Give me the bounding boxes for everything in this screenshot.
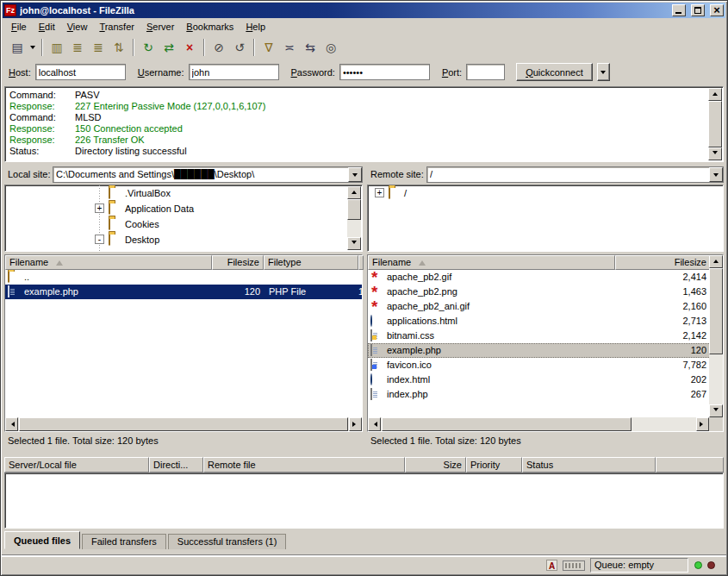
column-header-status[interactable]: Status bbox=[522, 457, 656, 473]
column-header-server-local-file[interactable]: Server/Local file bbox=[4, 457, 149, 473]
tab-queued-files[interactable]: Queued files bbox=[4, 531, 80, 549]
scroll-up-icon[interactable] bbox=[709, 255, 723, 268]
reconnect-button[interactable]: ↺ bbox=[229, 38, 250, 57]
tree-item-cookies[interactable]: Cookies bbox=[5, 216, 362, 232]
tree-expander-icon[interactable]: + bbox=[375, 188, 384, 197]
scroll-thumb[interactable] bbox=[347, 199, 361, 220]
tab-failed-transfers[interactable]: Failed transfers bbox=[82, 534, 166, 549]
scroll-down-icon[interactable] bbox=[709, 404, 723, 417]
scroll-left-icon[interactable] bbox=[368, 417, 381, 431]
column-header-size[interactable]: Size bbox=[405, 457, 466, 473]
file-row[interactable]: apache_pb2_ani.gif 2,160 bbox=[368, 299, 711, 314]
column-header-filename[interactable]: Filename bbox=[368, 255, 615, 270]
scroll-right-icon[interactable] bbox=[349, 417, 362, 431]
scroll-left-icon[interactable] bbox=[5, 417, 18, 431]
minimize-button[interactable] bbox=[672, 4, 686, 16]
local-list-hscrollbar[interactable] bbox=[5, 417, 362, 431]
scroll-thumb[interactable] bbox=[709, 268, 723, 354]
menu-bookmarks[interactable]: Bookmarks bbox=[180, 19, 240, 34]
toggle-local-tree-button[interactable]: ≣ bbox=[67, 38, 88, 57]
remote-list-vscrollbar[interactable] bbox=[709, 255, 723, 417]
scroll-thumb[interactable] bbox=[19, 417, 348, 431]
menu-edit[interactable]: Edit bbox=[33, 19, 61, 34]
scroll-up-icon[interactable] bbox=[708, 88, 722, 101]
site-manager-icon: ▤ bbox=[11, 41, 22, 54]
scroll-right-icon[interactable] bbox=[696, 417, 709, 431]
file-row[interactable]: index.php 267 bbox=[368, 387, 711, 402]
remote-list-hscrollbar[interactable] bbox=[368, 417, 709, 431]
column-header-direction[interactable]: Directi... bbox=[149, 457, 203, 473]
scroll-thumb[interactable] bbox=[382, 417, 632, 431]
scroll-down-icon[interactable] bbox=[347, 237, 361, 250]
menu-view[interactable]: View bbox=[61, 19, 94, 34]
file-row-example-php-highlighted[interactable]: example.php 120 bbox=[368, 343, 711, 358]
menu-transfer[interactable]: Transfer bbox=[93, 19, 140, 34]
combo-dropdown-button[interactable] bbox=[348, 167, 362, 182]
filter-button[interactable]: ∇ bbox=[258, 38, 279, 57]
toggle-remote-tree-button[interactable]: ≣ bbox=[88, 38, 109, 57]
disconnect-button[interactable]: ⊘ bbox=[208, 38, 229, 57]
column-header-filesize[interactable]: Filesize bbox=[615, 255, 711, 270]
file-row[interactable]: index.html 202 bbox=[368, 373, 711, 387]
column-header-priority[interactable]: Priority bbox=[466, 457, 522, 473]
cancel-button[interactable]: × bbox=[179, 38, 200, 57]
process-queue-button[interactable]: ⇄ bbox=[159, 38, 179, 57]
file-row[interactable]: bitnami.css 2,142 bbox=[368, 329, 711, 343]
file-row-example-php-selected[interactable]: example.php 120 PHP File 1 bbox=[5, 285, 362, 299]
queue-list-body[interactable] bbox=[4, 473, 724, 529]
menu-server[interactable]: Server bbox=[140, 19, 180, 34]
find-button[interactable]: ◎ bbox=[320, 38, 341, 57]
remote-list-body[interactable]: apache_pb2.gif 2,414 apache_pb2.png 1,46… bbox=[368, 270, 711, 417]
tree-item-virtualbox[interactable]: .VirtualBox bbox=[5, 185, 362, 201]
remote-path-combo[interactable]: / bbox=[426, 166, 724, 183]
maximize-button[interactable] bbox=[691, 4, 705, 16]
scroll-up-icon[interactable] bbox=[347, 186, 361, 199]
compare-button[interactable]: ≍ bbox=[279, 38, 300, 57]
titlebar[interactable]: john@localhost - FileZilla bbox=[3, 3, 725, 18]
transfer-type-icon[interactable] bbox=[546, 560, 557, 571]
password-input[interactable] bbox=[339, 64, 430, 80]
tree-expander-icon[interactable]: - bbox=[95, 235, 104, 244]
maximize-icon bbox=[694, 7, 701, 14]
column-header-lastmodified[interactable]: L bbox=[358, 255, 364, 270]
sync-browse-button[interactable]: ⇆ bbox=[300, 38, 320, 57]
close-button[interactable] bbox=[710, 4, 724, 16]
tree-expander-icon[interactable]: + bbox=[95, 203, 104, 213]
toggle-queue-button[interactable]: ⇅ bbox=[109, 38, 129, 57]
local-path-value[interactable]: C:\Documents and Settings\██████\Desktop… bbox=[56, 169, 346, 179]
tree-item-application-data[interactable]: + Application Data bbox=[5, 201, 362, 216]
port-input[interactable] bbox=[466, 64, 505, 80]
speed-limit-icon[interactable] bbox=[563, 560, 585, 571]
column-header-remote-file[interactable]: Remote file bbox=[203, 457, 405, 473]
scroll-thumb[interactable] bbox=[708, 101, 722, 147]
log-scrollbar[interactable] bbox=[708, 88, 722, 160]
quickconnect-button[interactable]: Quickconnect bbox=[516, 63, 593, 81]
local-file-list: Filename Filesize Filetype L .. example.… bbox=[4, 254, 363, 432]
file-row-parent-dir[interactable]: .. bbox=[5, 270, 362, 285]
site-manager-button[interactable]: ▤ bbox=[7, 38, 28, 57]
local-tree-scrollbar[interactable] bbox=[347, 186, 361, 250]
host-input[interactable] bbox=[35, 64, 126, 80]
refresh-button[interactable]: ↻ bbox=[138, 38, 159, 57]
combo-dropdown-button[interactable] bbox=[709, 167, 723, 182]
file-row[interactable]: apache_pb2.png 1,463 bbox=[368, 285, 711, 299]
local-list-body[interactable]: .. example.php 120 PHP File 1 bbox=[5, 270, 362, 417]
remote-path-value[interactable]: / bbox=[430, 169, 707, 179]
tree-item-root[interactable]: + / bbox=[368, 185, 723, 201]
toggle-message-log-button[interactable]: ▥ bbox=[47, 38, 67, 57]
column-header-filename[interactable]: Filename bbox=[5, 255, 212, 270]
local-path-combo[interactable]: C:\Documents and Settings\██████\Desktop… bbox=[53, 166, 363, 183]
column-header-filesize[interactable]: Filesize bbox=[212, 255, 264, 270]
scroll-down-icon[interactable] bbox=[708, 147, 722, 160]
username-input[interactable] bbox=[189, 64, 279, 80]
tab-successful-transfers[interactable]: Successful transfers (1) bbox=[168, 534, 287, 549]
menu-help[interactable]: Help bbox=[240, 19, 271, 34]
file-row[interactable]: applications.html 2,713 bbox=[368, 314, 711, 329]
site-manager-dropdown[interactable] bbox=[28, 38, 38, 57]
file-row[interactable]: favicon.ico 7,782 bbox=[368, 358, 711, 373]
file-row[interactable]: apache_pb2.gif 2,414 bbox=[368, 270, 711, 285]
menu-file[interactable]: File bbox=[5, 19, 33, 34]
column-header-filetype[interactable]: Filetype bbox=[264, 255, 358, 270]
quickconnect-dropdown[interactable] bbox=[597, 63, 610, 81]
tree-item-desktop[interactable]: - Desktop bbox=[5, 232, 362, 247]
